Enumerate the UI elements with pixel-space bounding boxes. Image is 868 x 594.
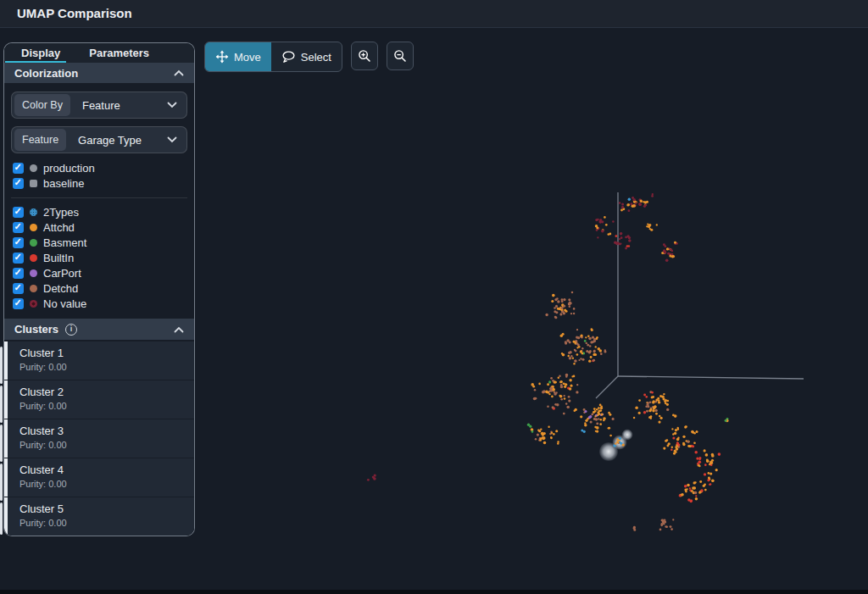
legend-toggle-builtin[interactable]: BuiltIn [13, 251, 186, 265]
plot-data-points [367, 193, 729, 531]
legend-label: No value [43, 297, 86, 310]
legend-toggle-basment[interactable]: Basment [13, 236, 186, 250]
color-by-label: Color By [14, 94, 70, 116]
display-settings-panel: Display Parameters Colorization Color By… [3, 42, 195, 536]
plot-gray-spheres [599, 430, 633, 462]
active-tab-underline [5, 61, 66, 63]
colorization-section-header[interactable]: Colorization [4, 63, 194, 84]
plot-axes [596, 192, 804, 398]
legend-marker-icon [30, 300, 37, 308]
cluster-item-4[interactable]: Cluster 4 Purity: 0.00 [4, 458, 194, 497]
dataset-label: baseline [43, 177, 84, 190]
select-tool-label: Select [301, 51, 331, 64]
page-title: UMAP Comparison [17, 6, 132, 20]
cluster-purity: Purity: 0.00 [19, 518, 194, 528]
cluster-edge-bar [0, 502, 3, 535]
legend-label: Detchd [43, 282, 78, 295]
feature-value: Garage Type [66, 134, 167, 147]
panel-tabbar: Display Parameters [4, 43, 194, 63]
move-tool-button[interactable]: Move [205, 42, 271, 71]
legend-marker-icon [30, 285, 37, 292]
clusters-header-label: Clusters [14, 323, 58, 336]
cluster-purity: Purity: 0.00 [19, 479, 194, 489]
magnifier-plus-icon [358, 49, 371, 63]
feature-label: Feature [14, 129, 66, 151]
app-header: UMAP Comparison [0, 0, 868, 28]
cluster-item-5[interactable]: Cluster 5 Purity: 0.00 [4, 497, 194, 536]
bottom-strip [0, 590, 868, 594]
chevron-down-icon [167, 136, 177, 143]
tab-display[interactable]: Display [21, 47, 60, 59]
dataset-toggle-production[interactable]: production [13, 161, 186, 175]
tab-parameters[interactable]: Parameters [89, 47, 149, 59]
feature-dropdown[interactable]: Feature Garage Type [11, 126, 187, 153]
cluster-edge-bar [0, 425, 3, 462]
cluster-item-1[interactable]: Cluster 1 Purity: 0.00 [4, 341, 194, 380]
colorization-body: Color By Feature Feature Garage Type pro… [4, 83, 194, 319]
cluster-name: Cluster 5 [19, 502, 194, 515]
umap-comparison-app: UMAP Comparison Move Select [0, 0, 868, 594]
chevron-down-icon [167, 102, 177, 108]
plot-toolbar: Move Select [204, 42, 414, 72]
legend-toggle-detchd[interactable]: Detchd [13, 281, 186, 296]
cluster-item-3[interactable]: Cluster 3 Purity: 0.00 [4, 419, 194, 458]
checkbox-checked[interactable] [13, 283, 24, 294]
zoom-in-button[interactable] [351, 42, 378, 70]
checkbox-checked[interactable] [13, 298, 24, 309]
baseline-marker-icon [30, 180, 37, 187]
colorization-header-label: Colorization [14, 67, 78, 80]
divider [11, 197, 187, 198]
tool-mode-segmented-control: Move Select [204, 42, 342, 72]
color-by-value: Feature [70, 99, 167, 112]
legend-marker-icon [30, 269, 37, 277]
legend-toggle-attchd[interactable]: Attchd [13, 220, 186, 235]
legend-toggle-carport[interactable]: CarPort [13, 266, 186, 280]
production-marker-icon [30, 164, 37, 172]
checkbox-checked[interactable] [13, 222, 24, 233]
dataset-label: production [43, 162, 95, 175]
cluster-purity: Purity: 0.00 [19, 362, 194, 372]
cluster-edge-bar [0, 347, 3, 384]
dataset-toggle-baseline[interactable]: baseline [13, 176, 186, 191]
checkbox-checked[interactable] [13, 268, 24, 279]
cluster-name: Cluster 4 [19, 464, 194, 476]
legend-marker-icon [30, 224, 37, 231]
cluster-name: Cluster 2 [19, 386, 194, 398]
magnifier-minus-icon [393, 49, 407, 63]
checkbox-checked[interactable] [13, 253, 24, 264]
move-tool-label: Move [234, 51, 261, 64]
legend-toggle-2types[interactable]: 2Types [13, 205, 186, 219]
checkbox-checked[interactable] [13, 178, 24, 189]
checkbox-checked[interactable] [13, 237, 24, 248]
cluster-edge-bar [0, 386, 3, 423]
lasso-select-icon [281, 50, 296, 64]
cluster-edge-bar [0, 464, 3, 501]
legend-marker-icon [30, 208, 37, 216]
legend-marker-icon [30, 254, 37, 262]
legend-label: Basment [43, 236, 86, 249]
color-by-dropdown[interactable]: Color By Feature [11, 92, 187, 119]
cluster-name: Cluster 3 [19, 425, 194, 437]
legend-marker-icon [30, 239, 37, 247]
select-tool-button[interactable]: Select [271, 42, 342, 71]
zoom-out-button[interactable] [387, 42, 414, 70]
chevron-up-icon[interactable] [174, 69, 184, 76]
legend-label: Attchd [43, 221, 75, 234]
legend-toggle-no-value[interactable]: No value [13, 297, 186, 311]
cluster-item-2[interactable]: Cluster 2 Purity: 0.00 [4, 380, 194, 419]
cluster-name: Cluster 1 [19, 347, 194, 359]
cluster-purity: Purity: 0.00 [19, 440, 194, 450]
move-icon [215, 50, 229, 64]
checkbox-checked[interactable] [13, 207, 24, 218]
checkbox-checked[interactable] [13, 163, 24, 174]
info-icon[interactable] [65, 324, 77, 336]
cluster-list: Cluster 1 Purity: 0.00 Cluster 2 Purity:… [4, 340, 194, 536]
cluster-purity: Purity: 0.00 [19, 401, 194, 411]
clusters-section-header[interactable]: Clusters [4, 319, 194, 340]
legend-label: 2Types [43, 206, 79, 219]
chevron-up-icon[interactable] [174, 326, 184, 333]
legend-label: BuiltIn [43, 252, 74, 264]
legend-label: CarPort [43, 267, 81, 280]
